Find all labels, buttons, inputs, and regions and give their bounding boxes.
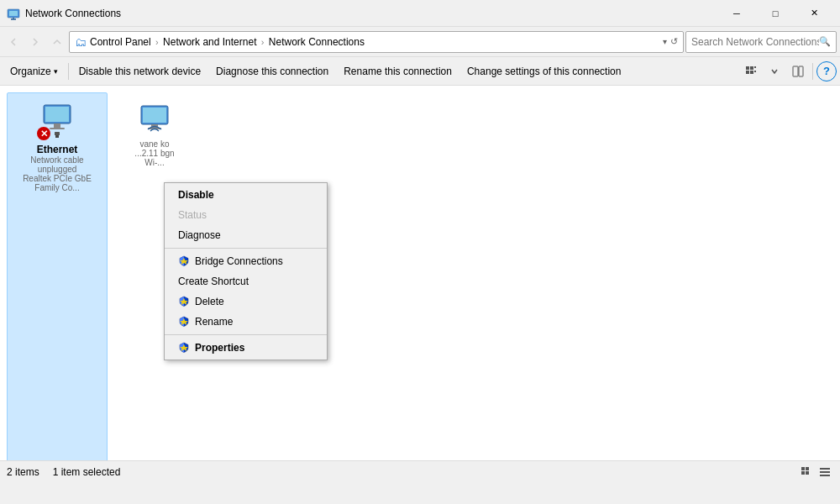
selected-count: 1 item selected [53, 466, 121, 478]
toolbar: Organize ▾ Disable this network device D… [0, 57, 840, 86]
toolbar-right: ? [740, 60, 837, 82]
items-count: 2 items [7, 466, 39, 478]
maximize-button[interactable]: □ [756, 0, 795, 27]
ctx-separator-2 [165, 334, 327, 335]
svg-rect-8 [754, 66, 756, 68]
forward-button[interactable] [25, 32, 45, 52]
address-chevron-icon[interactable]: ▾ [663, 37, 667, 46]
svg-rect-28 [801, 471, 805, 475]
svg-rect-16 [55, 132, 60, 135]
svg-rect-32 [820, 475, 830, 476]
breadcrumb-network-connections: Network Connections [269, 36, 365, 48]
disable-button[interactable]: Disable this network device [72, 60, 207, 82]
svg-rect-14 [54, 123, 60, 128]
back-button[interactable] [3, 32, 24, 52]
titlebar-icon [7, 7, 20, 20]
svg-rect-6 [746, 71, 749, 74]
ctx-bridge[interactable]: Bridge Connections [165, 251, 327, 271]
statusbar-view-controls [798, 464, 833, 480]
close-button[interactable]: ✕ [795, 0, 833, 27]
breadcrumb-network-internet[interactable]: Network and Internet [163, 36, 256, 48]
shield-icon-bridge [178, 255, 190, 267]
wifi-desc: vane ko [139, 139, 169, 149]
ctx-rename[interactable]: Rename [165, 312, 327, 332]
minimize-button[interactable]: ─ [717, 0, 756, 27]
view-options-button[interactable] [740, 60, 762, 82]
svg-rect-31 [820, 471, 830, 473]
ethernet-model: Realtek PCIe GbE Family Co... [14, 174, 100, 192]
ctx-separator-1 [165, 248, 327, 249]
ethernet-label: Ethernet [37, 144, 78, 155]
statusbar: 2 items 1 item selected [0, 460, 840, 482]
shield-icon-rename [178, 316, 190, 328]
toolbar-separator-1 [68, 63, 69, 80]
address-folder-icon: 🗂 [75, 35, 87, 49]
search-icon: 🔍 [819, 36, 831, 47]
content-area: ✕ Ethernet Network cable unplugged Realt… [0, 86, 840, 482]
rename-button[interactable]: Rename this connection [337, 60, 459, 82]
main-content: ✕ Ethernet Network cable unplugged Realt… [0, 86, 840, 482]
settings-button[interactable]: Change settings of this connection [460, 60, 627, 82]
ctx-properties[interactable]: Properties [165, 338, 327, 358]
search-input[interactable] [691, 36, 819, 48]
svg-rect-26 [801, 467, 805, 470]
wifi-icon [138, 102, 171, 136]
titlebar: Network Connections ─ □ ✕ [0, 0, 840, 27]
svg-rect-4 [746, 66, 749, 70]
ethernet-icon-container: ✕ [37, 100, 77, 140]
titlebar-title-text: Network Connections [25, 8, 717, 19]
status-view-grid-button[interactable] [798, 464, 815, 480]
svg-rect-10 [793, 66, 798, 76]
error-badge: ✕ [37, 127, 50, 140]
svg-rect-13 [45, 107, 69, 122]
ethernet-desc: Network cable unplugged [14, 155, 100, 174]
addressbar: 🗂 Control Panel › Network and Internet ›… [0, 27, 840, 57]
svg-rect-27 [806, 467, 809, 470]
svg-rect-19 [143, 108, 166, 123]
search-box[interactable]: 🔍 [685, 31, 837, 53]
organize-button[interactable]: Organize ▾ [3, 60, 65, 82]
svg-rect-9 [754, 71, 756, 72]
up-button[interactable] [47, 32, 67, 52]
titlebar-controls: ─ □ ✕ [717, 0, 833, 27]
svg-rect-15 [50, 128, 65, 129]
ctx-diagnose[interactable]: Diagnose [165, 225, 327, 245]
wifi-model: ...2.11 bgn Wi-... [128, 149, 181, 167]
breadcrumb: Control Panel › Network and Internet › N… [90, 36, 659, 48]
svg-rect-30 [820, 468, 830, 470]
ctx-status: Status [165, 205, 327, 225]
ctx-disable[interactable]: Disable [165, 185, 327, 205]
shield-icon-properties [178, 342, 190, 354]
ctx-delete[interactable]: Delete [165, 291, 327, 312]
ctx-shortcut[interactable]: Create Shortcut [165, 271, 327, 291]
svg-rect-5 [750, 66, 753, 70]
svg-rect-11 [799, 66, 803, 76]
view-dropdown-button[interactable] [764, 60, 785, 82]
refresh-icon[interactable]: ↺ [670, 36, 678, 47]
address-box[interactable]: 🗂 Control Panel › Network and Internet ›… [69, 31, 684, 53]
help-button[interactable]: ? [816, 61, 837, 81]
breadcrumb-control-panel[interactable]: Control Panel [90, 36, 151, 48]
pane-button[interactable] [787, 60, 809, 82]
status-view-list-button[interactable] [816, 464, 833, 480]
shield-icon-delete [178, 296, 190, 307]
ethernet-item[interactable]: ✕ Ethernet Network cable unplugged Realt… [7, 92, 108, 475]
svg-rect-17 [55, 135, 59, 138]
context-menu: Disable Status Diagnose Bridge Connectio… [164, 182, 328, 360]
wifi-icon-container [134, 99, 175, 139]
svg-rect-7 [750, 71, 753, 74]
toolbar-separator-2 [812, 63, 813, 80]
diagnose-button[interactable]: Diagnose this connection [209, 60, 335, 82]
svg-rect-29 [806, 471, 809, 475]
svg-rect-1 [9, 11, 18, 16]
